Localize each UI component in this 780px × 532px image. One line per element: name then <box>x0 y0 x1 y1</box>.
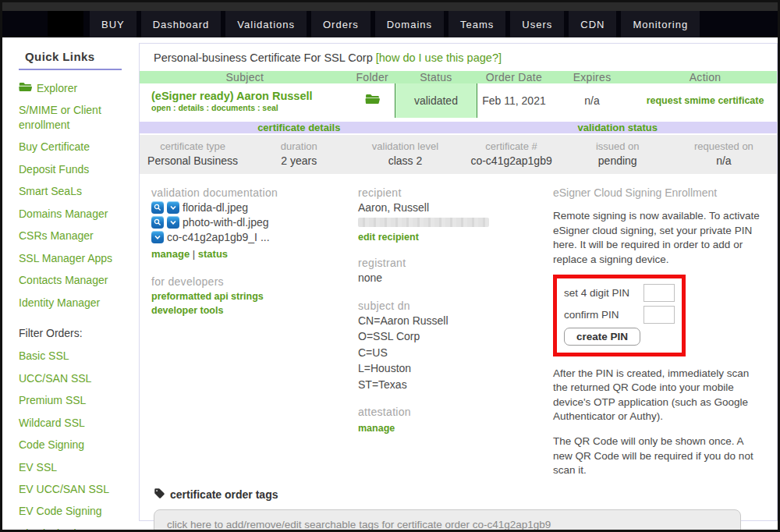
summary-value: pending <box>565 154 671 167</box>
summary-label: validation level <box>352 140 458 152</box>
sidebar-links: S/MIME or Client enrollment Buy Certific… <box>19 103 136 310</box>
subject-dn-line: ST=Texas <box>358 378 553 392</box>
nav-item[interactable]: CDN <box>569 11 616 37</box>
subject-dn-line: C=US <box>358 346 553 360</box>
doc-name[interactable]: florida-dl.jpeg <box>183 201 248 214</box>
qr-note-2: The QR Code will only be shown once. A n… <box>553 434 765 478</box>
filter-orders-title: Filter Orders: <box>19 327 136 339</box>
developer-link[interactable]: developer tools <box>151 305 358 316</box>
subject-name-link[interactable]: (eSigner ready) Aaron Russell <box>151 90 350 102</box>
request-smime-link[interactable]: request smime certificate <box>633 95 777 106</box>
confirm-pin-label: confirm PIN <box>564 309 619 321</box>
filter-item[interactable]: Basic SSL <box>19 349 128 363</box>
developer-link[interactable]: preformatted api strings <box>151 291 358 302</box>
summary-cell: validation level class 2 <box>352 140 458 167</box>
redacted-email <box>358 218 489 227</box>
folder-icon <box>19 81 32 95</box>
filter-item[interactable]: Code Signing <box>19 438 128 452</box>
filter-item[interactable]: Wildcard SSL <box>19 416 128 430</box>
sidebar-item[interactable]: Buy Certificate <box>19 140 128 154</box>
sidebar-item[interactable]: S/MIME or Client enrollment <box>19 103 128 132</box>
create-pin-button[interactable]: create PIN <box>564 328 640 346</box>
set-pin-label: set 4 digit PIN <box>564 287 629 299</box>
col-expires: Expires <box>551 71 633 83</box>
esigner-intro: Remote signing is now available. To acti… <box>553 209 765 268</box>
nav-item[interactable]: Teams <box>448 11 505 37</box>
summary-value: class 2 <box>352 154 458 167</box>
subject-sublinks[interactable]: open : details : documents : seal <box>151 103 350 112</box>
nav-item[interactable]: Orders <box>311 11 370 37</box>
summary-label: requested on <box>671 140 777 152</box>
summary-cell: duration 2 years <box>246 140 352 167</box>
subject-dn-line: CN=Aaron Russell <box>358 314 553 328</box>
sidebar-item[interactable]: Contacts Manager <box>19 273 128 287</box>
col-subject: Subject <box>140 71 350 83</box>
summary-value: co-c41g2ap1gb9 <box>459 154 565 167</box>
app-window: BUY Dashboard Validations Orders Domains… <box>0 0 780 532</box>
sidebar-item[interactable]: Domains Manager <box>19 207 128 221</box>
nav-item[interactable]: Dashboard <box>141 11 222 37</box>
nav-item[interactable]: Monitoring <box>621 11 700 37</box>
sidebar-item[interactable]: Smart SeaLs <box>19 184 128 198</box>
manage-docs-link[interactable]: manage <box>151 248 190 260</box>
summary-label: certificate # <box>459 140 565 152</box>
sidebar-item[interactable]: SSL Manager Apps <box>19 251 128 265</box>
summary-value: n/a <box>671 154 777 167</box>
folder-cell[interactable] <box>350 94 395 108</box>
filter-item[interactable]: Premium SSL <box>19 393 128 407</box>
download-doc-icon[interactable] <box>167 201 179 214</box>
link-separator: | <box>193 248 195 260</box>
preview-doc-icon[interactable] <box>151 216 164 229</box>
recipient-label: recipient <box>358 186 553 199</box>
tags-input[interactable] <box>154 509 741 532</box>
validation-docs-column: validation documentation florida-dl.jpeg… <box>151 186 358 478</box>
sidebar-item[interactable]: CSRs Manager <box>19 229 128 243</box>
certificate-summary: certificate type Personal Business durat… <box>140 135 777 174</box>
confirm-pin-input[interactable] <box>644 306 675 324</box>
registrant-label: registrant <box>358 257 553 269</box>
attestation-manage-link[interactable]: manage <box>358 423 553 434</box>
summary-label: issued on <box>565 140 671 152</box>
sidebar-item[interactable]: Identity Manager <box>19 296 128 310</box>
edit-recipient-link[interactable]: edit recipient <box>358 232 553 243</box>
nav-item[interactable]: Domains <box>375 11 444 37</box>
summary-cell: issued on pending <box>565 140 671 167</box>
doc-name[interactable]: co-c41g2ap1gb9_I ... <box>167 231 270 243</box>
filter-item[interactable]: EV SSL <box>19 460 128 474</box>
summary-value: 2 years <box>246 154 352 167</box>
subject-dn-label: subject dn <box>358 300 553 312</box>
filter-item[interactable]: UCC/SAN SSL <box>19 371 128 385</box>
folder-icon <box>365 94 380 108</box>
for-developers-label: for developers <box>151 275 358 288</box>
certificate-panel: Personal-business Certificate For SSL Co… <box>139 43 778 521</box>
sidebar-item-explorer[interactable]: Explorer <box>19 81 128 95</box>
docs-status-link[interactable]: status <box>198 248 228 260</box>
filter-item[interactable]: EV UCC/SAN SSL <box>19 482 128 496</box>
sidebar-item[interactable]: Deposit Funds <box>19 162 128 176</box>
filter-item[interactable]: EV Code Signing <box>19 504 128 518</box>
set-pin-row: set 4 digit PIN <box>564 284 675 302</box>
subject-cell: (eSigner ready) Aaron Russell open : det… <box>140 90 350 112</box>
summary-label: duration <box>246 140 352 152</box>
filter-item[interactable]: Physical Tokens <box>19 527 128 530</box>
esigner-column: eSigner Cloud Signing Enrollment Remote … <box>553 186 765 478</box>
qr-note-1: After the PIN is created, immediately sc… <box>553 367 765 425</box>
nav-item[interactable]: BUY <box>90 11 136 37</box>
download-doc-icon[interactable] <box>151 231 164 243</box>
col-order-date: Order Date <box>477 71 551 83</box>
nav-items: BUY Dashboard Validations Orders Domains… <box>90 11 700 37</box>
filter-links: Basic SSL UCC/SAN SSL Premium SSL Wildca… <box>19 349 136 530</box>
page-title-text: Personal-business Certificate For SSL Co… <box>154 51 373 64</box>
download-doc-icon[interactable] <box>167 216 179 229</box>
set-pin-input[interactable] <box>644 284 675 302</box>
nav-item[interactable]: Validations <box>225 11 307 37</box>
nav-item[interactable]: Users <box>510 11 564 37</box>
docs-links-row: manage | status <box>151 248 358 260</box>
how-do-i-use-link[interactable]: [how do I use this page?] <box>376 51 502 64</box>
pin-annotation-box: set 4 digit PIN confirm PIN create PIN <box>553 275 686 356</box>
esigner-title: eSigner Cloud Signing Enrollment <box>553 186 765 199</box>
doc-name[interactable]: photo-with-dl.jpeg <box>183 216 269 229</box>
preview-doc-icon[interactable] <box>151 201 164 214</box>
recipient-column: recipient Aaron, Russell edit recipient … <box>358 186 553 478</box>
summary-value: Personal Business <box>140 154 246 167</box>
